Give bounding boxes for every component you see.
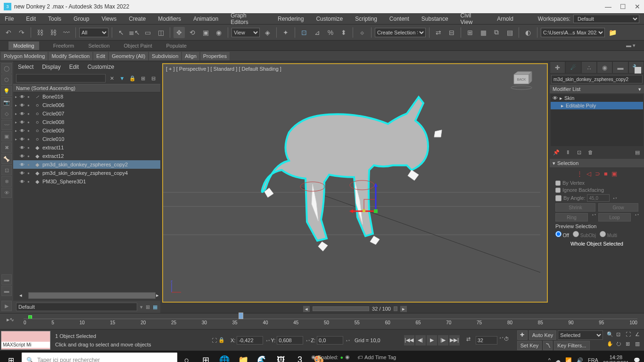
- shrink-button[interactable]: Shrink: [555, 203, 595, 212]
- menu-create[interactable]: Create: [129, 16, 146, 22]
- layer-select[interactable]: [16, 303, 137, 311]
- filter-groups-icon[interactable]: ▣: [1, 131, 12, 141]
- start-button[interactable]: ⊞: [0, 356, 22, 362]
- percent-snap-icon[interactable]: %: [325, 27, 336, 38]
- workspaces-select[interactable]: Default: [573, 15, 639, 23]
- link-icon[interactable]: ⛓: [34, 27, 46, 38]
- explorer-header[interactable]: Name (Sorted Ascending): [13, 84, 160, 92]
- filter-cameras-icon[interactable]: 📷: [1, 97, 12, 107]
- scale-icon[interactable]: ▣: [200, 27, 211, 38]
- addon-icon[interactable]: ◉: [311, 354, 316, 360]
- list-item[interactable]: ▸👁●Circle010: [13, 135, 160, 143]
- y-field[interactable]: [277, 336, 303, 345]
- next-frame-icon[interactable]: |▶: [438, 335, 448, 346]
- setkey-button[interactable]: Set Key: [517, 341, 542, 350]
- tab-hierarchy-icon[interactable]: ⛬: [581, 61, 597, 74]
- view-children-icon[interactable]: ⊞: [139, 74, 147, 82]
- zoom-icon[interactable]: 🔍: [607, 331, 615, 340]
- menu-scripting[interactable]: Scripting: [355, 16, 377, 22]
- preview-off-radio[interactable]: [555, 231, 561, 237]
- menu-civilview[interactable]: Civil View: [461, 12, 485, 25]
- filter-lights-icon[interactable]: 💡: [1, 86, 12, 96]
- fov-icon[interactable]: ∠: [635, 331, 644, 340]
- named-selection[interactable]: Create Selection Se: [375, 28, 426, 37]
- panel-properties[interactable]: Properties: [200, 52, 230, 60]
- tab-create-icon[interactable]: ✚: [550, 61, 565, 74]
- folder-icon[interactable]: 📁: [607, 27, 618, 38]
- menu-modifiers[interactable]: Modifiers: [158, 16, 181, 22]
- rect-region-icon[interactable]: ▭: [142, 27, 153, 38]
- panel-modify-sel[interactable]: Modify Selection: [49, 52, 92, 60]
- viewcube[interactable]: BACK: [510, 70, 533, 86]
- tool-list1-icon[interactable]: ▬: [1, 274, 12, 285]
- z-field[interactable]: [317, 336, 343, 345]
- time-cursor[interactable]: [239, 313, 243, 319]
- menu-views[interactable]: Views: [101, 16, 116, 22]
- ignore-backfacing-check[interactable]: [555, 188, 561, 193]
- time-tag-icon[interactable]: 🏷: [357, 354, 363, 360]
- chrome-icon[interactable]: 🌐: [215, 351, 234, 362]
- bind-icon[interactable]: 〰: [61, 27, 72, 38]
- list-item[interactable]: ▸👁●Circle009: [13, 126, 160, 135]
- pan-icon[interactable]: ✋: [607, 341, 615, 349]
- search-filter-icon[interactable]: ▼: [118, 74, 126, 82]
- taskview-icon[interactable]: ⊞: [196, 351, 215, 362]
- list-item[interactable]: 👁●pm3d_skin_donkey_zspheres_copy2: [13, 160, 160, 169]
- max-viewport-icon[interactable]: ⊞: [626, 341, 634, 349]
- sel-polygon-icon[interactable]: ■: [604, 170, 608, 177]
- 3dsmax-taskbar-icon[interactable]: 3: [290, 351, 309, 362]
- menu-group[interactable]: Group: [74, 16, 89, 22]
- panel-align[interactable]: Align: [182, 52, 199, 60]
- menu-substance[interactable]: Substance: [421, 16, 448, 22]
- unlink-icon[interactable]: ⛓̷: [48, 27, 59, 38]
- pivot-icon[interactable]: ◈: [262, 27, 273, 38]
- edge-icon[interactable]: 🌊: [253, 351, 272, 362]
- preview-subobj-radio[interactable]: [573, 231, 579, 237]
- tool-list2-icon[interactable]: ▬: [1, 286, 12, 296]
- script-rec-icon[interactable]: ◉: [345, 354, 350, 360]
- tray-date[interactable]: 02/06/2021: [603, 360, 629, 362]
- by-angle-check[interactable]: [555, 195, 561, 201]
- tray-notifications-icon[interactable]: 💬: [634, 357, 640, 362]
- filter-geometry-icon[interactable]: ◯: [1, 63, 12, 74]
- list-item[interactable]: 👁●extract12: [13, 152, 160, 160]
- prev-frame-icon[interactable]: ◀|: [415, 335, 426, 346]
- remove-mod-icon[interactable]: 🗑: [586, 148, 595, 156]
- tab-modify-icon[interactable]: ☄: [565, 61, 581, 74]
- nav-icon[interactable]: ▥: [635, 341, 644, 349]
- filter-warps-icon[interactable]: 〰: [1, 120, 12, 130]
- preview-multi-radio[interactable]: [600, 231, 606, 237]
- rollout-selection[interactable]: ▾Selection: [550, 159, 644, 167]
- tab-modeling[interactable]: Modeling: [8, 41, 39, 50]
- by-vertex-check[interactable]: [555, 181, 561, 186]
- modifier-stack[interactable]: 👁▸Skin ▸Editable Poly: [551, 94, 643, 146]
- maxscript-panel[interactable]: [1, 331, 50, 350]
- sel-element-icon[interactable]: ▣: [611, 170, 617, 177]
- spinner-snap-icon[interactable]: ⬍: [338, 27, 349, 38]
- tool-expand-icon[interactable]: ▶: [1, 301, 12, 311]
- angle-field[interactable]: [587, 194, 610, 202]
- selection-filter[interactable]: All: [79, 28, 108, 37]
- ring-button[interactable]: Ring: [555, 213, 588, 222]
- view-layers-icon[interactable]: ⊟: [149, 74, 157, 82]
- ribbon-menu-icon[interactable]: ▾: [633, 42, 636, 49]
- loop-button[interactable]: Loop: [598, 213, 631, 222]
- working-pivot-icon[interactable]: ⟐: [356, 27, 368, 38]
- menu-animation[interactable]: Animation: [193, 16, 218, 22]
- layer-tool1-icon[interactable]: ⊞: [146, 304, 150, 310]
- menu-graph[interactable]: Graph Editors: [231, 12, 265, 25]
- grow-button[interactable]: Grow: [598, 203, 638, 212]
- tab-freeform[interactable]: Freeform: [53, 43, 74, 49]
- menu-file[interactable]: File: [5, 16, 14, 22]
- tray-cloud-icon[interactable]: ☁: [555, 357, 561, 362]
- list-item[interactable]: 👁●pm3d_skin_donkey_zspheres_copy4: [13, 169, 160, 177]
- maxscript-input[interactable]: [1, 342, 50, 348]
- select-name-icon[interactable]: ≣↖: [129, 27, 140, 38]
- tray-wifi-icon[interactable]: 📶: [565, 357, 572, 362]
- zoom-all-icon[interactable]: ⊡: [616, 331, 625, 340]
- timeline-key-icon[interactable]: ▸∿: [7, 316, 14, 323]
- select-icon[interactable]: ↖: [116, 27, 127, 38]
- tray-lang[interactable]: FRA: [588, 357, 598, 362]
- viewport-label[interactable]: [ + ] [ Perspective ] [ Standard ] [ Def…: [166, 66, 281, 72]
- tab-objectpaint[interactable]: Object Paint: [124, 43, 152, 49]
